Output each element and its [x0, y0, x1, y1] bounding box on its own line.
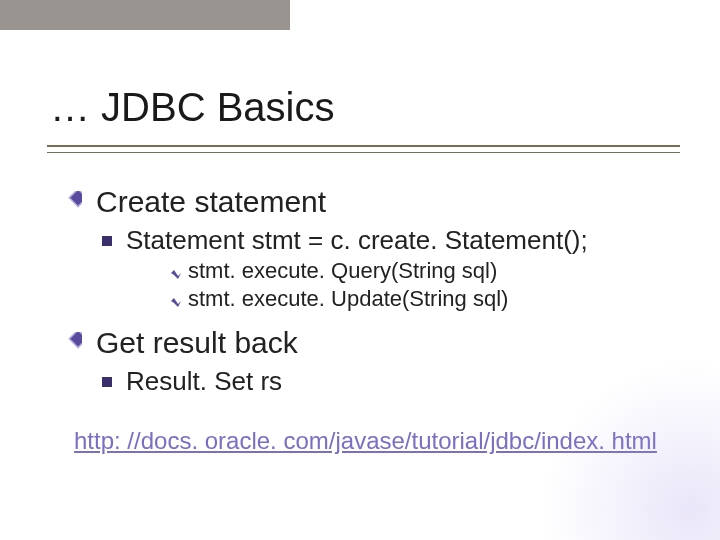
svg-marker-2 — [171, 270, 181, 279]
list-item: Result. Set rs — [102, 366, 680, 397]
square-bullet-icon — [102, 377, 112, 387]
list-item-label: stmt. execute. Query(String sql) — [188, 258, 497, 284]
slide: … JDBC Basics Create statement Statement… — [0, 0, 720, 540]
square-bullet-icon — [102, 236, 112, 246]
list-item: Create statement — [60, 185, 680, 219]
list-item: stmt. execute. Update(String sql) — [170, 286, 680, 312]
chevron-bullet-icon — [170, 295, 182, 307]
svg-marker-3 — [171, 298, 181, 307]
slide-title: … JDBC Basics — [50, 85, 335, 130]
list-item: stmt. execute. Query(String sql) — [170, 258, 680, 284]
list-item: Get result back — [60, 326, 680, 360]
reference-link[interactable]: http: //docs. oracle. com/javase/tutoria… — [74, 427, 657, 455]
svg-rect-5 — [70, 332, 82, 347]
list-item: Statement stmt = c. create. Statement(); — [102, 225, 680, 256]
list-item-label: Result. Set rs — [126, 366, 282, 397]
list-item-label: Get result back — [96, 326, 298, 360]
list-item-label: stmt. execute. Update(String sql) — [188, 286, 508, 312]
chevron-bullet-icon — [170, 267, 182, 279]
divider-thick — [47, 145, 680, 147]
svg-rect-1 — [70, 191, 82, 206]
accent-bar — [0, 0, 290, 30]
list-item-label: Statement stmt = c. create. Statement(); — [126, 225, 588, 256]
divider-thin — [47, 152, 680, 153]
diamond-bullet-icon — [60, 191, 82, 213]
diamond-bullet-icon — [60, 332, 82, 354]
list-item-label: Create statement — [96, 185, 326, 219]
slide-body: Create statement Statement stmt = c. cre… — [60, 185, 680, 455]
